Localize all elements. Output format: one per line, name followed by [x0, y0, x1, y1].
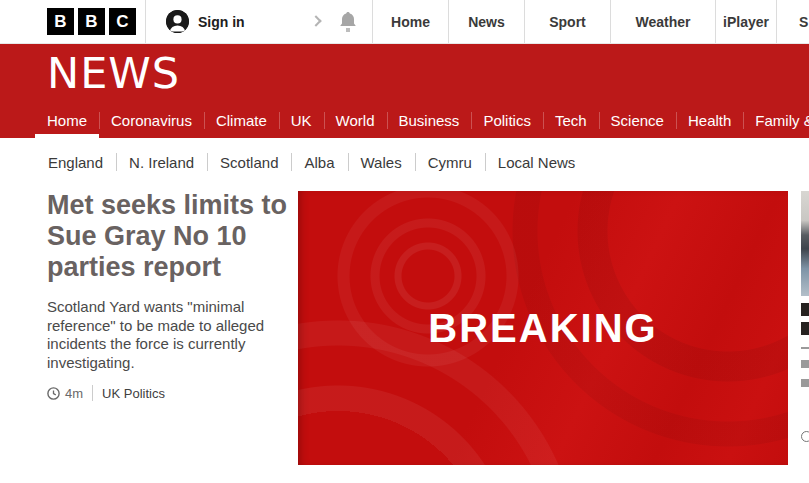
news-masthead-title[interactable]: NEWS [47, 52, 180, 95]
top-navigation: Home News Sport Weather iPlayer S [373, 0, 809, 43]
primary-section-nav: Home Coronavirus Climate UK World Busine… [0, 103, 809, 138]
lead-headline[interactable]: Met seeks limits to Sue Gray No 10 parti… [47, 190, 289, 283]
cropped-text-sliver [801, 347, 809, 349]
cropped-text-sliver [801, 379, 809, 387]
topnav-news[interactable]: News [449, 0, 525, 43]
topnav-sport[interactable]: Sport [525, 0, 611, 43]
lead-story: Met seeks limits to Sue Gray No 10 parti… [47, 190, 289, 401]
cropped-next-story-card[interactable] [801, 191, 809, 442]
topbar: B B C Sign in Home News Sport Weather iP… [0, 0, 809, 44]
nav-uk[interactable]: UK [279, 103, 324, 138]
nav-science[interactable]: Science [599, 103, 676, 138]
bbc-logo-block: B [78, 8, 105, 35]
nav-home[interactable]: Home [35, 103, 99, 138]
topnav-home[interactable]: Home [373, 0, 449, 43]
breaking-label: BREAKING [428, 306, 657, 351]
nav-family-education-cropped[interactable]: Family & [743, 103, 809, 138]
topnav-sounds-cropped[interactable]: S [777, 0, 809, 43]
nav-local-news[interactable]: Local News [485, 152, 589, 172]
nav-health[interactable]: Health [676, 103, 743, 138]
signin-button[interactable]: Sign in [198, 14, 245, 30]
news-masthead: NEWS [0, 44, 809, 103]
main-content: Met seeks limits to Sue Gray No 10 parti… [0, 190, 809, 483]
lead-timestamp: 4m [65, 386, 83, 401]
cropped-text-sliver [801, 360, 809, 368]
signin-section: Sign in [146, 0, 373, 43]
cropped-headline-sliver [801, 303, 809, 316]
cropped-story-photo [801, 191, 809, 296]
cropped-clock-icon [801, 431, 809, 442]
bbc-logo-block: C [109, 8, 136, 35]
lead-meta: 4m UK Politics [47, 385, 289, 401]
topnav-weather[interactable]: Weather [611, 0, 716, 43]
bbc-logo-block: B [47, 8, 74, 35]
lead-summary: Scotland Yard wants "minimal reference" … [47, 298, 273, 372]
notifications-bell-icon[interactable] [338, 11, 358, 37]
nav-wales[interactable]: Wales [348, 152, 415, 172]
regional-nav: England N. Ireland Scotland Alba Wales C… [0, 138, 809, 191]
nav-alba[interactable]: Alba [291, 152, 347, 172]
nav-politics[interactable]: Politics [471, 103, 543, 138]
nav-tech[interactable]: Tech [543, 103, 599, 138]
meta-divider [92, 385, 93, 401]
nav-n-ireland[interactable]: N. Ireland [116, 152, 207, 172]
nav-business[interactable]: Business [387, 103, 472, 138]
breaking-news-image[interactable]: BREAKING [298, 191, 788, 465]
clock-icon [47, 387, 60, 400]
nav-england[interactable]: England [35, 152, 116, 172]
chevron-right-icon[interactable] [310, 15, 321, 26]
account-person-icon[interactable] [166, 10, 189, 33]
nav-world[interactable]: World [324, 103, 387, 138]
topnav-iplayer[interactable]: iPlayer [716, 0, 777, 43]
lead-category-link[interactable]: UK Politics [102, 386, 165, 401]
nav-climate[interactable]: Climate [204, 103, 279, 138]
nav-coronavirus[interactable]: Coronavirus [99, 103, 204, 138]
nav-scotland[interactable]: Scotland [207, 152, 291, 172]
cropped-headline-sliver [801, 322, 809, 335]
bbc-logo[interactable]: B B C [0, 0, 146, 43]
nav-cymru[interactable]: Cymru [415, 152, 485, 172]
